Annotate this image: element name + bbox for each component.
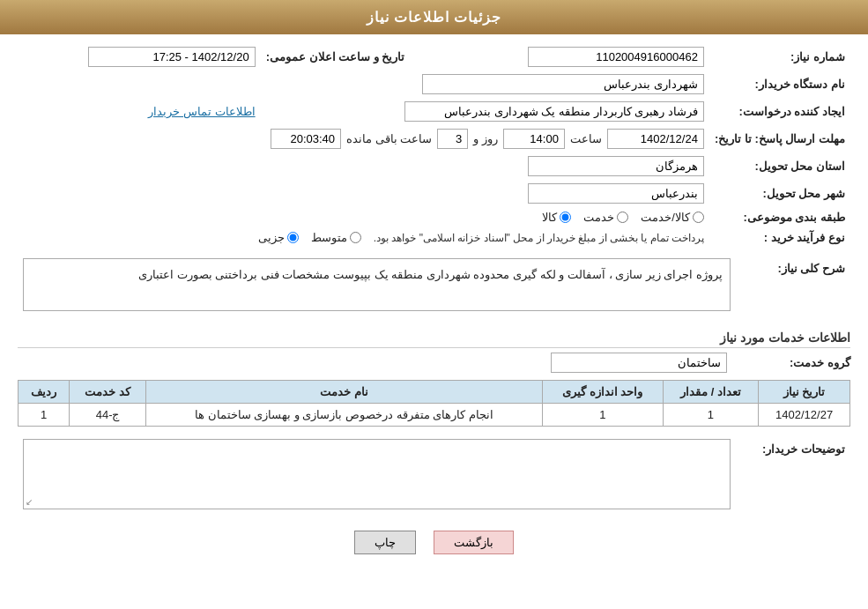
cell-unit: 1 <box>542 404 663 427</box>
contact-link-cell: اطلاعات تماس خریدار <box>18 98 261 125</box>
purchase-jozei-option[interactable]: جزیی <box>258 231 299 244</box>
row-city: شهر محل تحویل: <box>18 180 850 207</box>
col-row: ردیف <box>19 381 70 404</box>
purchase-type-label: نوع فرآیند خرید : <box>709 227 850 248</box>
row-buyer-notes: توضیحات خریدار: ↙ <box>18 435 850 522</box>
services-table-head: تاریخ نیاز تعداد / مقدار واحد اندازه گیر… <box>19 381 850 404</box>
description-value: پروژه اجرای زیر سازی ، آسفالت و لکه گیری… <box>18 255 736 322</box>
purchase-motavasset-option[interactable]: متوسط <box>311 231 361 244</box>
deadline-time-label: ساعت <box>570 132 602 145</box>
need-number-value <box>455 43 709 71</box>
purchase-motavasset-label: متوسط <box>311 231 347 244</box>
category-kala-option[interactable]: کالا <box>542 211 571 224</box>
group-service-input[interactable] <box>551 353 727 373</box>
row-category: طبقه بندی موضوعی: کالا/خدمت خدمت <box>18 207 850 227</box>
row-need-number: شماره نیاز: تاریخ و ساعت اعلان عمومی: <box>18 43 850 71</box>
category-kala-khadamat-label: کالا/خدمت <box>641 211 690 224</box>
info-table: شماره نیاز: تاریخ و ساعت اعلان عمومی: نا… <box>18 43 850 248</box>
back-button[interactable]: بازگشت <box>434 531 514 554</box>
category-khadamat-option[interactable]: خدمت <box>583 211 628 224</box>
deadline-value: ساعت روز و ساعت باقی مانده <box>18 125 709 152</box>
col-unit: واحد اندازه گیری <box>542 381 663 404</box>
cell-row: 1 <box>19 404 70 427</box>
purchase-motavasset-radio[interactable] <box>350 232 361 243</box>
purchase-jozei-label: جزیی <box>258 231 285 244</box>
need-number-input[interactable] <box>528 47 704 67</box>
creator-input[interactable] <box>404 101 704 122</box>
category-kala-radio[interactable] <box>560 212 571 223</box>
city-label: شهر محل تحویل: <box>709 180 850 207</box>
deadline-days-label: روز و <box>473 132 498 145</box>
table-row: 1402/12/27 1 1 انجام کارهای متفرقه درخصو… <box>19 404 850 427</box>
announcement-label: تاریخ و ساعت اعلان عمومی: <box>261 43 419 71</box>
col-date: تاریخ نیاز <box>759 381 850 404</box>
city-input[interactable] <box>528 183 704 204</box>
category-kala-label: کالا <box>542 211 557 224</box>
description-label: شرح کلی نیاز: <box>736 255 850 322</box>
province-value <box>18 152 709 180</box>
page-wrapper: جزئیات اطلاعات نیاز شماره نیاز: تاریخ و … <box>0 0 868 609</box>
row-description: شرح کلی نیاز: پروژه اجرای زیر سازی ، آسف… <box>18 255 850 322</box>
row-province: استان محل تحویل: <box>18 152 850 180</box>
services-section-title: اطلاعات خدمات مورد نیاز <box>18 330 850 348</box>
cell-name: انجام کارهای متفرقه درخصوص بازسازی و بهس… <box>145 404 542 427</box>
services-table-header-row: تاریخ نیاز تعداد / مقدار واحد اندازه گیر… <box>19 381 850 404</box>
city-value <box>18 180 709 207</box>
announcement-input[interactable] <box>88 47 256 67</box>
creator-label: ایجاد کننده درخواست: <box>709 98 850 125</box>
resize-icon: ↙ <box>26 497 33 507</box>
col-count: تعداد / مقدار <box>663 381 759 404</box>
row-creator: ایجاد کننده درخواست: اطلاعات تماس خریدار <box>18 98 850 125</box>
row-deadline: مهلت ارسال پاسخ: تا تاریخ: ساعت روز و سا… <box>18 125 850 152</box>
province-label: استان محل تحویل: <box>709 152 850 180</box>
deadline-date-input[interactable] <box>607 129 704 149</box>
buyer-notes-table: توضیحات خریدار: ↙ <box>18 435 850 522</box>
cell-date: 1402/12/27 <box>759 404 850 427</box>
buyer-org-label: نام دستگاه خریدار: <box>709 71 850 98</box>
contact-link[interactable]: اطلاعات تماس خریدار <box>148 105 255 118</box>
description-table: شرح کلی نیاز: پروژه اجرای زیر سازی ، آسف… <box>18 255 850 322</box>
deadline-days-input[interactable] <box>437 129 468 149</box>
row-purchase-type: نوع فرآیند خرید : پرداخت تمام یا بخشی از… <box>18 227 850 248</box>
deadline-time-input[interactable] <box>503 129 565 149</box>
need-number-label: شماره نیاز: <box>709 43 850 71</box>
description-text: پروژه اجرای زیر سازی ، آسفالت و لکه گیری… <box>138 268 723 281</box>
page-header: جزئیات اطلاعات نیاز <box>0 0 868 34</box>
buttons-row: بازگشت چاپ <box>18 531 850 554</box>
buyer-org-input[interactable] <box>422 74 704 94</box>
deadline-remaining-input[interactable] <box>271 129 341 149</box>
category-value: کالا/خدمت خدمت کالا <box>18 207 709 227</box>
print-button[interactable]: چاپ <box>354 531 416 554</box>
group-service-label: گروه خدمت: <box>736 356 850 369</box>
purchase-jozei-radio[interactable] <box>287 232 299 243</box>
category-label: طبقه بندی موضوعی: <box>709 207 850 227</box>
buyer-notes-box[interactable]: ↙ <box>23 439 731 509</box>
category-khadamat-label: خدمت <box>583 211 614 224</box>
cell-count: 1 <box>663 404 759 427</box>
category-khadamat-radio[interactable] <box>617 212 628 223</box>
creator-value <box>261 98 709 125</box>
cell-code: ج-44 <box>70 404 146 427</box>
purchase-type-value: پرداخت تمام یا بخشی از مبلغ خریدار از مح… <box>18 227 709 248</box>
deadline-label: مهلت ارسال پاسخ: تا تاریخ: <box>709 125 850 152</box>
category-kala-khadamat-option[interactable]: کالا/خدمت <box>641 211 704 224</box>
buyer-notes-value: ↙ <box>18 435 736 522</box>
col-code: کد خدمت <box>70 381 146 404</box>
row-buyer-org: نام دستگاه خریدار: <box>18 71 850 98</box>
page-title: جزئیات اطلاعات نیاز <box>367 10 502 25</box>
province-input[interactable] <box>528 156 704 176</box>
services-table: تاریخ نیاز تعداد / مقدار واحد اندازه گیر… <box>18 380 850 427</box>
buyer-notes-label: توضیحات خریدار: <box>736 435 850 522</box>
description-box: پروژه اجرای زیر سازی ، آسفالت و لکه گیری… <box>23 258 731 311</box>
category-kala-khadamat-radio[interactable] <box>693 212 704 223</box>
purchase-note: پرداخت تمام یا بخشی از مبلغ خریدار از مح… <box>374 232 704 244</box>
col-name: نام خدمت <box>145 381 542 404</box>
group-service-row: گروه خدمت: <box>18 353 850 373</box>
services-table-body: 1402/12/27 1 1 انجام کارهای متفرقه درخصو… <box>19 404 850 427</box>
deadline-remaining-label: ساعت باقی مانده <box>346 132 432 145</box>
announcement-value <box>18 43 261 71</box>
buyer-org-value <box>18 71 709 98</box>
content-area: شماره نیاز: تاریخ و ساعت اعلان عمومی: نا… <box>0 34 868 572</box>
